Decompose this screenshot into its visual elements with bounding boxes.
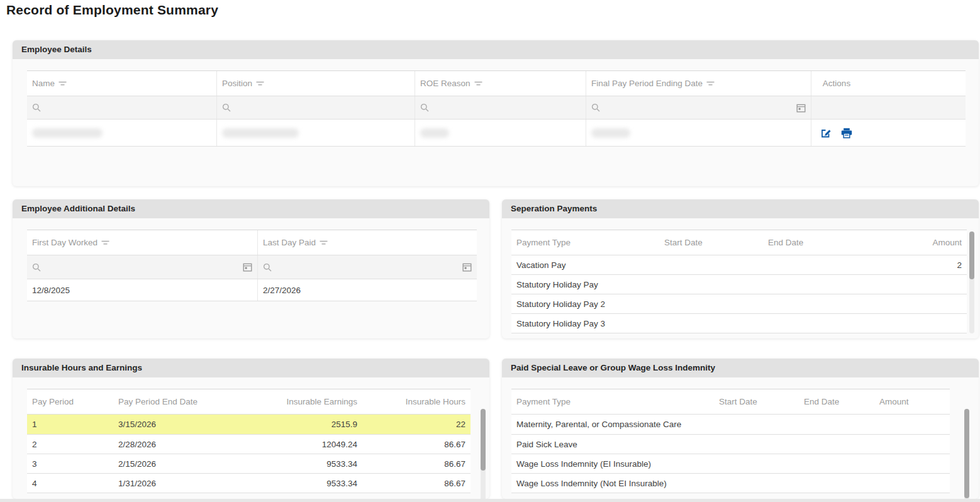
insurable-row[interactable]: 3 2/15/2026 9533.34 86.67: [27, 454, 471, 474]
search-icon: [222, 103, 231, 112]
page-title: Record of Employment Summary: [6, 3, 218, 18]
column-header-amount[interactable]: Amount: [867, 230, 967, 255]
employee-additional-details-panel: Employee Additional Details First Day Wo…: [13, 199, 489, 338]
end-date-cell: [799, 474, 874, 493]
date-picker-button[interactable]: [462, 262, 472, 272]
filter-icon: [58, 81, 67, 87]
column-header-label: Final Pay Period Ending Date: [591, 79, 703, 88]
paid-special-scrollbar[interactable]: [964, 409, 969, 502]
roe-summary-page: Record of Employment Summary Employee De…: [0, 0, 980, 502]
separation-scrollbar[interactable]: [969, 231, 974, 333]
column-header-label: Last Day Paid: [263, 238, 316, 247]
pay-period-cell: 3: [27, 454, 113, 473]
employee-additional-details-panel-body: First Day Worked Last Day Paid: [13, 218, 489, 338]
end-date-cell: [763, 255, 867, 274]
separation-row[interactable]: Vacation Pay 2: [511, 255, 967, 275]
roe-reason-filter-input[interactable]: [415, 96, 586, 119]
scrollbar-thumb[interactable]: [964, 409, 969, 498]
paid-special-leave-grid: Payment Type Start Date End Date Amount …: [511, 389, 950, 493]
separation-row[interactable]: Statutory Holiday Pay 3: [511, 314, 967, 333]
column-header-name[interactable]: Name: [27, 71, 217, 96]
date-picker-button[interactable]: [796, 103, 806, 113]
start-date-cell: [659, 314, 763, 333]
last-day-paid-filter-input[interactable]: [258, 255, 477, 279]
filter-icon: [320, 240, 328, 246]
filler-filter-cell: [862, 96, 966, 119]
separation-row[interactable]: Statutory Holiday Pay 2: [511, 294, 967, 314]
additional-details-row[interactable]: 12/8/2025 2/27/2026: [27, 279, 477, 301]
column-header-pay-period-end-date[interactable]: Pay Period End Date: [113, 389, 245, 414]
final-pay-period-date-filter-input[interactable]: [586, 96, 811, 119]
date-picker-button[interactable]: [243, 262, 252, 272]
paid-special-row[interactable]: Wage Loss Indemnity (Not EI Insurable): [511, 474, 950, 493]
column-header-start-date[interactable]: Start Date: [714, 389, 799, 414]
pay-period-end-date-cell: 2/15/2026: [113, 454, 245, 473]
column-header-start-date[interactable]: Start Date: [659, 230, 763, 255]
column-header-end-date[interactable]: End Date: [799, 389, 874, 414]
column-header-insurable-earnings[interactable]: Insurable Earnings: [245, 389, 362, 414]
redacted-text: [420, 128, 449, 138]
edit-button[interactable]: [821, 127, 832, 138]
employee-roe-reason-cell: [415, 120, 586, 146]
print-button[interactable]: [841, 128, 852, 138]
filler-cell: [862, 120, 966, 146]
employee-row[interactable]: [27, 120, 966, 147]
position-filter-input[interactable]: [217, 96, 415, 119]
column-header-label: ROE Reason: [420, 79, 471, 88]
insurable-hours-earnings-panel-header: Insurable Hours and Earnings: [13, 359, 489, 377]
column-header-amount[interactable]: Amount: [874, 389, 950, 414]
column-header-end-date[interactable]: End Date: [763, 230, 867, 255]
employee-final-pay-period-cell: [586, 120, 811, 146]
amount-cell: [867, 275, 967, 294]
column-header-payment-type[interactable]: Payment Type: [511, 230, 659, 255]
scrollbar-thumb[interactable]: [969, 231, 974, 279]
column-header-last-day-paid[interactable]: Last Day Paid: [258, 230, 477, 255]
first-day-worked-filter-input[interactable]: [27, 255, 258, 279]
employee-details-panel-header: Employee Details: [13, 40, 979, 59]
column-header-roe-reason[interactable]: ROE Reason: [415, 71, 586, 96]
column-header-label: Actions: [823, 79, 850, 88]
amount-cell: 2: [867, 255, 967, 274]
amount-cell: [874, 435, 950, 454]
paid-special-row[interactable]: Wage Loss Indemnity (EI Insurable): [511, 454, 950, 474]
start-date-cell: [659, 275, 763, 294]
page-bottom-scrollbar-track[interactable]: [0, 499, 980, 502]
end-date-cell: [763, 275, 867, 294]
panel-title: Employee Additional Details: [21, 204, 135, 213]
calendar-icon: [796, 103, 806, 113]
insurable-row-highlighted[interactable]: 1 3/15/2026 2515.9 22: [27, 415, 471, 435]
filter-icon: [706, 81, 715, 87]
first-day-worked-cell: 12/8/2025: [27, 279, 258, 301]
column-header-position[interactable]: Position: [217, 71, 415, 96]
column-header-first-day-worked[interactable]: First Day Worked: [27, 230, 258, 255]
insurable-hours-earnings-panel-body: Pay Period Pay Period End Date Insurable…: [13, 377, 489, 499]
insurable-hours-cell: 86.67: [362, 435, 471, 454]
payment-type-cell: Wage Loss Indemnity (Not EI Insurable): [511, 474, 714, 493]
insurable-row[interactable]: 2 2/28/2026 12049.24 86.67: [27, 435, 471, 454]
separation-row[interactable]: Statutory Holiday Pay: [511, 275, 967, 294]
scrollbar-thumb[interactable]: [481, 409, 486, 471]
column-header-pay-period[interactable]: Pay Period: [27, 389, 113, 414]
start-date-cell: [714, 435, 799, 454]
column-header-insurable-hours[interactable]: Insurable Hours: [362, 389, 471, 414]
insurable-scrollbar[interactable]: [481, 409, 486, 502]
pay-period-cell: 1: [27, 415, 113, 434]
paid-special-row[interactable]: Maternity, Parental, or Compassionate Ca…: [511, 415, 950, 435]
search-icon: [32, 263, 41, 272]
payment-type-cell: Paid Sick Leave: [511, 435, 714, 454]
employee-details-grid: Name Position ROE Reason Final Pay Perio…: [27, 70, 966, 147]
insurable-earnings-cell: 2515.9: [245, 415, 362, 434]
employee-actions-cell: [811, 120, 862, 146]
separation-payments-panel-header: Seperation Payments: [502, 199, 979, 218]
insurable-row[interactable]: 4 1/31/2026 9533.34 86.67: [27, 474, 471, 493]
column-header-payment-type[interactable]: Payment Type: [511, 389, 714, 414]
print-icon: [841, 128, 852, 138]
amount-cell: [874, 454, 950, 473]
column-header-final-pay-period-ending-date[interactable]: Final Pay Period Ending Date: [586, 71, 811, 96]
paid-special-row[interactable]: Paid Sick Leave: [511, 435, 950, 454]
insurable-earnings-cell: 9533.34: [245, 474, 362, 493]
start-date-cell: [714, 415, 799, 434]
insurable-earnings-cell: 9533.34: [245, 454, 362, 473]
name-filter-input[interactable]: [27, 96, 217, 119]
column-header-filler: [862, 71, 966, 96]
